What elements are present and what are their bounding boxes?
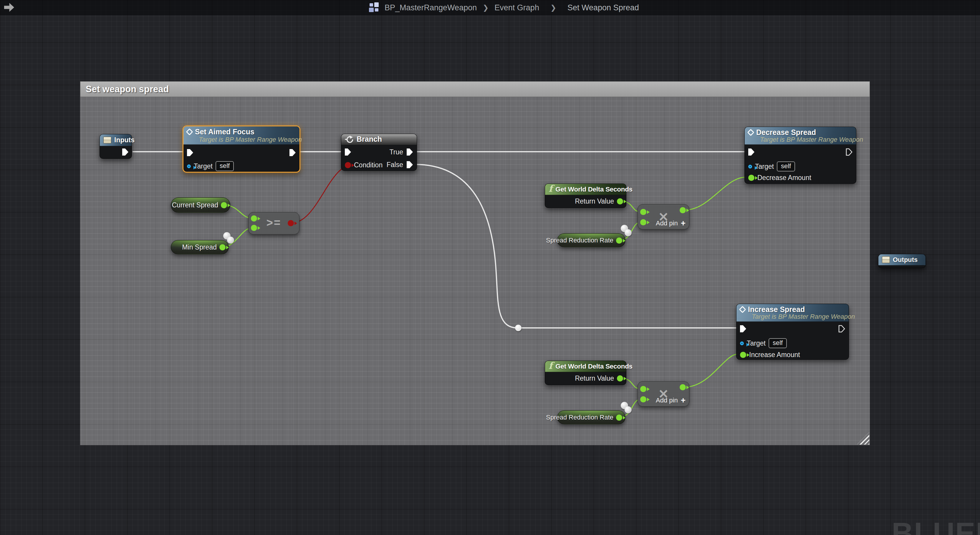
exec-out-row (845, 148, 853, 156)
node-greater-equal[interactable]: >= (248, 212, 299, 234)
target-pin-label: Target (755, 162, 774, 170)
float-in-pin-b[interactable] (251, 225, 257, 231)
function-diamond-icon (186, 128, 193, 135)
amount-pin-row: Decrease Amount (748, 174, 811, 182)
target-self-value[interactable]: self (216, 161, 234, 171)
float-in-pin-a[interactable] (251, 215, 257, 221)
breadcrumb-set-weapon-spread[interactable]: Set Weapon Spread (568, 3, 639, 13)
add-pin-plus-icon: + (681, 396, 686, 404)
reroute-node[interactable] (515, 325, 522, 331)
float-out-pin[interactable] (616, 237, 622, 244)
exec-in-pin[interactable] (748, 148, 755, 156)
node-branch-header: Branch (341, 134, 417, 145)
exec-in-row (740, 325, 747, 333)
float-out-pin[interactable] (221, 202, 227, 208)
float-in-pin-b[interactable] (640, 219, 646, 225)
target-object-pin[interactable] (187, 164, 191, 168)
target-self-value[interactable]: self (768, 338, 787, 348)
return-value-label: Return Value (575, 374, 614, 382)
blueprint-graph-canvas[interactable]: Set weapon spread Inputs Set Aim (0, 0, 980, 535)
return-value-row: Return Value (575, 374, 623, 382)
float-in-pin-a[interactable] (640, 209, 646, 215)
add-pin-row[interactable]: Add pin + (656, 396, 686, 404)
node-header: f Get World Delta Seconds (545, 184, 626, 195)
node-decrease-spread[interactable]: Decrease Spread Target is BP Master Rang… (745, 127, 856, 184)
exec-out-pin[interactable] (838, 325, 846, 333)
add-pin-row[interactable]: Add pin + (656, 219, 686, 228)
node-outputs[interactable]: Outputs (878, 254, 926, 268)
condition-pin-label: Condition (354, 161, 382, 169)
float-out-pin[interactable] (617, 198, 623, 204)
node-spread-reduction-rate-top[interactable]: Spread Reduction Rate (557, 233, 625, 247)
exec-out-pin[interactable] (289, 148, 296, 157)
float-out-pin[interactable] (679, 207, 686, 213)
node-outputs-header: Outputs (878, 254, 926, 266)
node-min-spread-getter[interactable]: Min Spread (171, 240, 229, 254)
input-a-row (251, 215, 257, 221)
breadcrumb-event-graph[interactable]: Event Graph (495, 3, 539, 13)
function-f-icon: f (549, 361, 552, 370)
node-get-world-delta-seconds-top[interactable]: f Get World Delta Seconds Return Value (545, 183, 626, 208)
node-title: Inputs (114, 136, 135, 144)
chevron-right-icon: ❯ (483, 3, 488, 12)
float-in-pin-a[interactable] (640, 386, 646, 392)
float-out-pin[interactable] (220, 244, 226, 250)
false-exec-row: False (387, 161, 414, 169)
exec-out-row (289, 148, 296, 157)
exec-in-row (344, 148, 352, 156)
true-exec-row: True (390, 148, 414, 156)
decrease-amount-pin[interactable] (748, 175, 754, 181)
variable-label: Current Spread (172, 201, 218, 209)
node-title: Increase Spread (748, 305, 805, 314)
exec-out-pin[interactable] (122, 148, 129, 156)
false-exec-pin[interactable] (406, 161, 414, 169)
node-increase-spread[interactable]: Increase Spread Target is BP Master Rang… (736, 304, 849, 360)
wire-bubbles-srr-bottom (621, 402, 634, 415)
target-object-pin[interactable] (748, 165, 752, 169)
true-exec-pin[interactable] (406, 148, 414, 156)
bool-out-pin[interactable] (288, 220, 294, 226)
add-pin-plus-icon: + (681, 219, 686, 228)
bool-wire-ge-to-condition (291, 164, 353, 223)
breadcrumb: BP_MasterRangeWeapon ❯ Event Graph ❯ Set… (369, 0, 639, 15)
exec-out-pin[interactable] (845, 148, 853, 156)
node-current-spread-getter[interactable]: Current Spread (171, 197, 230, 213)
branch-icon (345, 135, 354, 144)
function-diamond-icon (747, 129, 754, 136)
breadcrumb-blueprint[interactable]: BP_MasterRangeWeapon (385, 3, 477, 13)
target-object-pin[interactable] (740, 341, 744, 345)
output-row (288, 220, 294, 226)
node-set-aimed-focus[interactable]: Set Aimed Focus Target is BP Master Rang… (183, 126, 301, 173)
exec-in-pin[interactable] (740, 325, 747, 333)
node-title: Get World Delta Seconds (555, 186, 633, 193)
input-b-row (640, 219, 646, 225)
variable-label: Spread Reduction Rate (546, 414, 613, 421)
float-in-pin-b[interactable] (640, 396, 646, 403)
node-spread-reduction-rate-bottom[interactable]: Spread Reduction Rate (557, 411, 625, 424)
variable-label: Min Spread (182, 244, 217, 251)
target-self-value[interactable]: self (777, 161, 795, 172)
exec-in-pin[interactable] (344, 148, 352, 156)
return-value-label: Return Value (575, 197, 614, 205)
float-out-pin[interactable] (617, 375, 623, 382)
condition-bool-pin[interactable] (345, 162, 351, 168)
node-multiply-top[interactable]: ✕ Add pin + (638, 204, 689, 229)
float-out-pin[interactable] (679, 384, 686, 390)
float-out-pin[interactable] (616, 414, 622, 421)
exec-in-row (748, 148, 755, 156)
increase-amount-pin[interactable] (740, 352, 746, 358)
exec-in-pin[interactable] (186, 148, 194, 157)
node-subtitle: Target is BP Master Range Weapon (199, 136, 302, 143)
node-branch[interactable]: Branch Condition True False (341, 134, 417, 171)
node-inputs[interactable]: Inputs (100, 134, 132, 159)
wire-bubbles-srr-top (621, 225, 634, 238)
target-pin-label: Target (747, 339, 765, 347)
node-multiply-bottom[interactable]: ✕ Add pin + (638, 381, 689, 406)
float-wire-mult-to-increaseamount (684, 354, 738, 387)
node-get-world-delta-seconds-bottom[interactable]: f Get World Delta Seconds Return Value (545, 361, 626, 385)
target-pin-row: Target self (740, 338, 787, 348)
blueprint-class-icon (369, 2, 380, 13)
node-title: Outputs (893, 256, 918, 264)
variable-label: Spread Reduction Rate (546, 237, 613, 244)
target-pin-label: Target (194, 162, 213, 170)
